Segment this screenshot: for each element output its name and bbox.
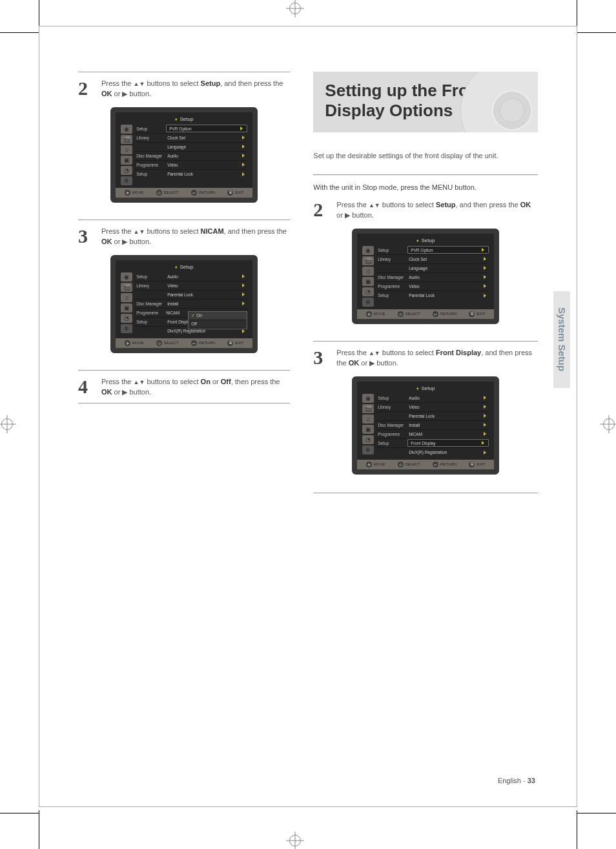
menu-icon: ◉ — [362, 246, 374, 255]
menu-icon: ♫ — [121, 145, 132, 154]
menu-icon: 🎬 — [121, 283, 132, 292]
step-number: 2 — [78, 79, 96, 99]
title-banner: Setting up the Front Display Options — [313, 72, 538, 132]
menu-icon: ▣ — [121, 303, 132, 312]
side-tab: System Setup — [553, 291, 570, 388]
menu-icon-setup: ✻ — [362, 445, 374, 455]
menu-icon: ▣ — [362, 277, 374, 286]
step-number: 3 — [78, 227, 96, 247]
tv-menu-nicam: Setup ◉ 🎬 ♫ ▣ ◔ ✻ — [110, 255, 258, 353]
menu-icon: 🎬 — [362, 404, 374, 413]
intro-text: Set up the desirable settings of the fro… — [313, 150, 538, 161]
menu-icon: ◔ — [362, 435, 374, 444]
page-number: English - 33 — [498, 777, 535, 784]
disc-icon — [460, 72, 538, 132]
step-text: Press the ▲▼ buttons to select On or Off… — [101, 377, 290, 398]
step-text: Press the ▲▼ buttons to select Front Dis… — [336, 348, 538, 369]
page-frame: System Setup 2 Press the ▲▼ buttons to s… — [39, 26, 577, 807]
menu-icon-setup: ✻ — [121, 176, 132, 185]
side-tab-label: System Setup — [557, 307, 568, 371]
menu-icon-setup: ✻ — [362, 298, 374, 307]
step-text: Press the ▲▼ buttons to select NICAM, an… — [101, 227, 290, 247]
menu-icon: ◉ — [121, 125, 132, 134]
step-text: Press the ▲▼ buttons to select Setup, an… — [101, 79, 290, 99]
menu-icon: ▣ — [121, 156, 132, 165]
tv-menu-front-display: Setup ◉ 🎬 ♫ ▣ ◔ ✻ — [352, 376, 499, 475]
menu-icon: ◉ — [121, 272, 132, 281]
menu-icon: ◔ — [121, 166, 132, 175]
step1-heading: With the unit in Stop mode, press the ME… — [313, 183, 538, 191]
menu-icon: 🎬 — [362, 256, 374, 265]
menu-icon: ♫ — [362, 414, 374, 424]
menu-icon: ▣ — [362, 425, 374, 434]
left-column: 2 Press the ▲▼ buttons to select Setup, … — [78, 72, 290, 505]
menu-icon: ◔ — [121, 314, 132, 323]
tv-menu-setup-a: Setup ◉ 🎬 ♫ ▣ ◔ ✻ — [110, 107, 258, 203]
menu-icon: ◉ — [362, 394, 374, 403]
tv-footer: ✥MOVE ⊙SELECT ↩RETURN ⦿EXIT — [116, 188, 252, 198]
step-number: 4 — [78, 377, 96, 398]
menu-icon: ♫ — [362, 267, 374, 276]
menu-icon: ◔ — [362, 287, 374, 296]
step-number: 2 — [313, 200, 331, 221]
menu-icon: 🎬 — [121, 135, 132, 144]
nicam-submenu: On Off — [188, 311, 247, 329]
menu-icon-setup: ✻ — [121, 324, 132, 333]
step-number: 3 — [313, 348, 331, 369]
step-text: Press the ▲▼ buttons to select Setup, an… — [336, 200, 538, 221]
menu-icon: ♫ — [121, 293, 132, 302]
tv-menu-setup-b: Setup ◉ 🎬 ♫ ▣ ◔ ✻ — [352, 229, 499, 324]
right-column: Setting up the Front Display Options Set… — [313, 72, 538, 505]
